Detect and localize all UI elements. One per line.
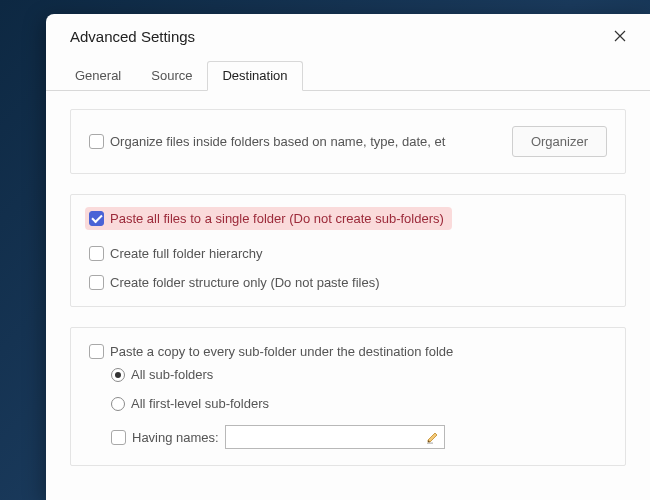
- having-names-input[interactable]: [225, 425, 445, 449]
- paste-copy-label: Paste a copy to every sub-folder under t…: [110, 344, 453, 359]
- full-hierarchy-checkbox[interactable]: [89, 246, 104, 261]
- structure-only-label: Create folder structure only (Do not pas…: [110, 275, 380, 290]
- organize-checkbox[interactable]: [89, 134, 104, 149]
- close-button[interactable]: [604, 20, 636, 52]
- pencil-icon[interactable]: [425, 429, 441, 445]
- tab-content: Organize files inside folders based on n…: [46, 91, 650, 496]
- having-names-checkbox[interactable]: [111, 430, 126, 445]
- first-level-radio[interactable]: [111, 397, 125, 411]
- close-icon: [614, 30, 626, 42]
- paste-single-label: Paste all files to a single folder (Do n…: [110, 211, 444, 226]
- organizer-button[interactable]: Organizer: [512, 126, 607, 157]
- paste-single-checkbox[interactable]: [89, 211, 104, 226]
- all-sub-label: All sub-folders: [131, 367, 213, 382]
- first-level-label: All first-level sub-folders: [131, 396, 269, 411]
- tab-general[interactable]: General: [60, 61, 136, 91]
- tab-destination[interactable]: Destination: [207, 61, 302, 91]
- svg-point-0: [427, 442, 428, 443]
- tab-source[interactable]: Source: [136, 61, 207, 91]
- tab-bar: General Source Destination: [46, 60, 650, 91]
- having-names-label: Having names:: [132, 430, 219, 445]
- full-hierarchy-label: Create full folder hierarchy: [110, 246, 262, 261]
- svg-point-2: [431, 442, 432, 443]
- paste-copy-checkbox[interactable]: [89, 344, 104, 359]
- svg-point-1: [429, 442, 430, 443]
- organize-label: Organize files inside folders based on n…: [110, 134, 445, 149]
- organize-group: Organize files inside folders based on n…: [70, 109, 626, 174]
- window-title: Advanced Settings: [70, 28, 604, 45]
- titlebar: Advanced Settings: [46, 14, 650, 58]
- paste-copy-group: Paste a copy to every sub-folder under t…: [70, 327, 626, 466]
- all-sub-radio[interactable]: [111, 368, 125, 382]
- structure-only-checkbox[interactable]: [89, 275, 104, 290]
- settings-window: Advanced Settings General Source Destina…: [46, 14, 650, 500]
- folder-options-group: Paste all files to a single folder (Do n…: [70, 194, 626, 307]
- paste-single-highlight: Paste all files to a single folder (Do n…: [85, 207, 452, 230]
